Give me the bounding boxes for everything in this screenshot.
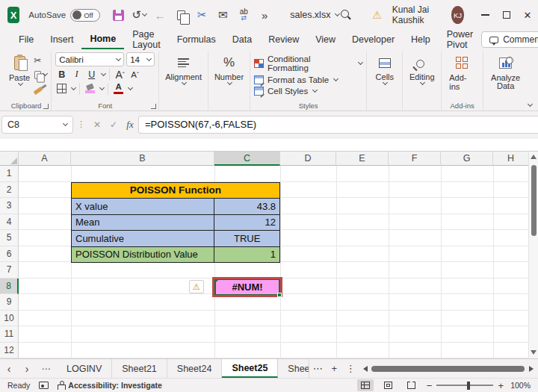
zoom-in-button[interactable]: + xyxy=(498,380,504,391)
zoom-slider[interactable] xyxy=(436,385,493,386)
page-break-view-button[interactable] xyxy=(404,379,420,391)
table-row-label[interactable]: Cumulative xyxy=(72,231,214,247)
increase-font-button[interactable]: A xyxy=(114,68,126,81)
table-title-cell[interactable]: POISSON Function xyxy=(72,183,280,199)
row-header-8[interactable]: 8 xyxy=(0,279,19,295)
accessibility-status[interactable]: Accessibility: Investigate xyxy=(58,381,161,390)
column-header-f[interactable]: F xyxy=(389,152,441,166)
row-header-9[interactable]: 9 xyxy=(0,294,19,311)
minimize-button[interactable] xyxy=(474,0,495,30)
tab-view[interactable]: View xyxy=(307,30,344,49)
addins-button[interactable]: Add-ins xyxy=(445,52,479,93)
table-row-value[interactable]: 12 xyxy=(214,215,280,231)
error-trace-button[interactable]: ⚠ xyxy=(189,280,204,293)
email-button[interactable]: ✉ xyxy=(214,5,232,25)
formula-input[interactable]: =POISSON(67,-6,FALSE) xyxy=(138,116,538,134)
format-painter-button[interactable] xyxy=(34,83,47,95)
row-header-5[interactable]: 5 xyxy=(0,230,19,246)
table-row-label[interactable]: Mean xyxy=(72,215,214,231)
sheet-nav-left[interactable]: ‹ xyxy=(0,359,18,378)
scroll-down-arrow[interactable] xyxy=(531,350,537,355)
column-header-d[interactable]: D xyxy=(280,152,336,166)
insert-function-button[interactable]: fx xyxy=(122,116,138,133)
alignment-group[interactable]: Alignment xyxy=(159,52,208,111)
close-button[interactable]: ✕ xyxy=(517,0,538,30)
vertical-scrollbar[interactable] xyxy=(528,152,538,358)
column-header-a[interactable]: A xyxy=(19,152,71,166)
vertical-scroll-thumb[interactable] xyxy=(531,165,537,236)
undo-button[interactable]: ↺ xyxy=(130,5,148,25)
tab-home[interactable]: Home xyxy=(81,30,124,49)
column-header-h[interactable]: H xyxy=(493,152,528,166)
editing-group[interactable]: Editing xyxy=(403,52,442,111)
tab-formulas[interactable]: Formulas xyxy=(169,30,224,49)
new-sheet-button[interactable]: + xyxy=(326,359,342,378)
document-title[interactable]: sales.xlsx xyxy=(290,10,339,20)
row-header-3[interactable]: 3 xyxy=(0,198,19,214)
decrease-font-button[interactable]: A xyxy=(129,68,141,81)
table-row-label[interactable]: X value xyxy=(72,199,214,215)
comments-button[interactable]: Comments xyxy=(481,31,538,48)
clipboard-dialog-launcher[interactable] xyxy=(43,104,49,109)
row-header-11[interactable]: 11 xyxy=(0,326,19,343)
name-box[interactable]: C8 xyxy=(1,116,73,134)
account-warning-icon[interactable]: ⚠ xyxy=(372,9,382,21)
tab-page-layout[interactable]: Page Layout xyxy=(124,30,169,49)
column-header-g[interactable]: G xyxy=(441,152,493,166)
search-button[interactable] xyxy=(339,5,353,25)
column-header-b[interactable]: B xyxy=(71,152,214,166)
ribbon-collapse-icon[interactable] xyxy=(528,102,533,107)
tab-insert[interactable]: Insert xyxy=(42,30,81,49)
scroll-right-arrow[interactable] xyxy=(529,366,534,372)
sheet-tab-sheet24[interactable]: Sheet24 xyxy=(167,359,223,378)
row-header-6[interactable]: 6 xyxy=(0,246,19,263)
sheet-options-button[interactable]: ⋮ xyxy=(342,359,359,378)
row-header-1[interactable]: 1 xyxy=(0,166,19,182)
row-header-12[interactable]: 12 xyxy=(0,343,19,359)
row-header-2[interactable]: 2 xyxy=(0,182,19,199)
save-button[interactable] xyxy=(109,5,127,25)
horizontal-scrollbar[interactable] xyxy=(359,359,538,378)
zoom-out-button[interactable]: − xyxy=(427,380,433,391)
scroll-left-arrow[interactable] xyxy=(363,366,368,372)
bold-button[interactable]: B xyxy=(55,68,68,81)
row-header-10[interactable]: 10 xyxy=(0,311,19,327)
avatar[interactable]: KJ xyxy=(451,6,465,24)
page-layout-view-button[interactable] xyxy=(380,379,397,391)
sheet-tab-loginv[interactable]: LOGINV xyxy=(57,359,112,378)
fill-handle[interactable] xyxy=(277,293,282,297)
table-row-value[interactable]: 43.8 xyxy=(214,199,280,215)
table-row-value[interactable]: TRUE xyxy=(214,231,280,247)
sheet-nav-right[interactable]: › xyxy=(18,359,36,378)
borders-button[interactable] xyxy=(55,82,68,95)
enter-button[interactable]: ✓ xyxy=(105,116,122,133)
copy-button[interactable] xyxy=(172,5,190,25)
cut-button[interactable]: ✂ xyxy=(193,5,211,25)
excel-logo-icon[interactable]: X xyxy=(7,7,19,23)
font-color-button[interactable]: A xyxy=(112,82,125,95)
font-name-select[interactable]: Calibri xyxy=(55,52,124,66)
maximize-button[interactable] xyxy=(496,0,517,30)
replace-button[interactable]: ab⇄ xyxy=(235,5,253,25)
sheet-tab-sheet21[interactable]: Sheet21 xyxy=(112,359,167,378)
italic-button[interactable]: I xyxy=(70,68,83,81)
table-row-label[interactable]: POISSON Distribution Value xyxy=(72,247,214,264)
tab-review[interactable]: Review xyxy=(260,30,307,49)
zoom-slider-thumb[interactable] xyxy=(467,382,470,390)
font-size-select[interactable]: 14 xyxy=(126,52,155,66)
table-row-value[interactable]: 1 xyxy=(214,247,280,264)
column-header-e[interactable]: E xyxy=(336,152,389,166)
cancel-button[interactable]: ✕ xyxy=(89,116,105,133)
horizontal-scroll-thumb[interactable] xyxy=(371,366,525,372)
cell-styles-button[interactable]: Cell Styles xyxy=(254,87,362,96)
tab-help[interactable]: Help xyxy=(403,30,439,49)
underline-button[interactable]: U xyxy=(85,68,98,81)
format-as-table-button[interactable]: Format as Table xyxy=(254,75,362,84)
autosave-switch[interactable]: Off xyxy=(70,9,100,22)
row-header-4[interactable]: 4 xyxy=(0,214,19,231)
tab-data[interactable]: Data xyxy=(224,30,260,49)
sheet-tab-sheet25[interactable]: Sheet25 xyxy=(222,359,278,378)
zoom-level[interactable]: 100% xyxy=(508,381,531,390)
sheet-tab-truncated[interactable]: Shee xyxy=(278,359,309,378)
cells-group[interactable]: Cells xyxy=(367,52,403,111)
